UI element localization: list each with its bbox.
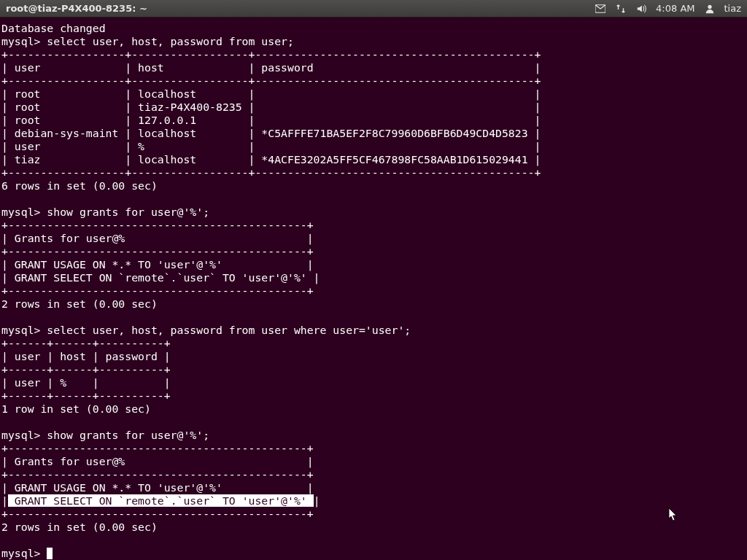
line: | Grants for user@% | <box>1 455 314 467</box>
selected-text: GRANT SELECT ON `remote`.`user` TO 'user… <box>8 494 314 507</box>
line: mysql> select user, host, password from … <box>1 35 294 47</box>
line: | root | tiaz-P4X400-8235 | | <box>1 101 541 113</box>
line: | user | host | password | <box>1 61 541 74</box>
line: | user | host | password | <box>1 350 171 362</box>
line: | user | % | | <box>1 140 541 152</box>
user-label[interactable]: tiaz <box>724 3 742 14</box>
line: +---------------------------------------… <box>1 468 314 481</box>
network-icon[interactable] <box>615 3 627 15</box>
terminal-output[interactable]: Database changed mysql> select user, hos… <box>0 18 747 560</box>
line: +------------------+------------------+-… <box>1 166 541 179</box>
volume-icon[interactable] <box>635 3 647 15</box>
line: | GRANT USAGE ON *.* TO 'user'@'%' | <box>1 258 314 271</box>
line: | <box>1 494 8 507</box>
line: +------+------+----------+ <box>1 389 171 402</box>
line: | root | 127.0.0.1 | | <box>1 114 541 126</box>
window-title: root@tiaz-P4X400-8235: ~ <box>6 3 147 14</box>
panel-indicators: 4:08 AM tiaz <box>595 3 741 15</box>
line: 2 rows in set (0.00 sec) <box>1 298 158 310</box>
line: | GRANT USAGE ON *.* TO 'user'@'%' | <box>1 481 314 494</box>
line: | <box>314 494 320 507</box>
line: | user | % | | <box>1 376 171 389</box>
line: | debian-sys-maint | localhost | *C5AFFF… <box>1 127 541 139</box>
line: | Grants for user@% | <box>1 232 314 244</box>
mail-icon[interactable] <box>595 3 606 15</box>
prompt: mysql> <box>1 547 47 559</box>
svg-point-0 <box>708 4 711 8</box>
line: +---------------------------------------… <box>1 245 314 257</box>
line: 6 rows in set (0.00 sec) <box>1 179 158 192</box>
line: Database changed <box>1 22 106 34</box>
line: +---------------------------------------… <box>1 442 314 454</box>
top-panel: root@tiaz-P4X400-8235: ~ 4:08 AM tiaz <box>0 0 747 18</box>
line: +---------------------------------------… <box>1 219 314 231</box>
line: mysql> show grants for user@'%'; <box>1 429 209 441</box>
line: +------+------+----------+ <box>1 363 171 376</box>
line: +---------------------------------------… <box>1 508 314 520</box>
line: +------------------+------------------+-… <box>1 48 541 61</box>
line: | GRANT SELECT ON `remote`.`user` TO 'us… <box>1 271 320 284</box>
clock[interactable]: 4:08 AM <box>656 3 694 14</box>
line: mysql> show grants for user@'%'; <box>1 206 209 218</box>
line: | tiaz | localhost | *4ACFE3202A5FF5CF46… <box>1 153 541 166</box>
line: mysql> select user, host, password from … <box>1 324 411 336</box>
line: +---------------------------------------… <box>1 284 314 297</box>
text-cursor <box>47 548 53 559</box>
line: | root | localhost | | <box>1 88 541 100</box>
line: 1 row in set (0.00 sec) <box>1 402 151 415</box>
user-icon[interactable] <box>704 3 716 15</box>
line: +------+------+----------+ <box>1 337 171 349</box>
line: 2 rows in set (0.00 sec) <box>1 521 158 533</box>
line: +------------------+------------------+-… <box>1 74 541 87</box>
